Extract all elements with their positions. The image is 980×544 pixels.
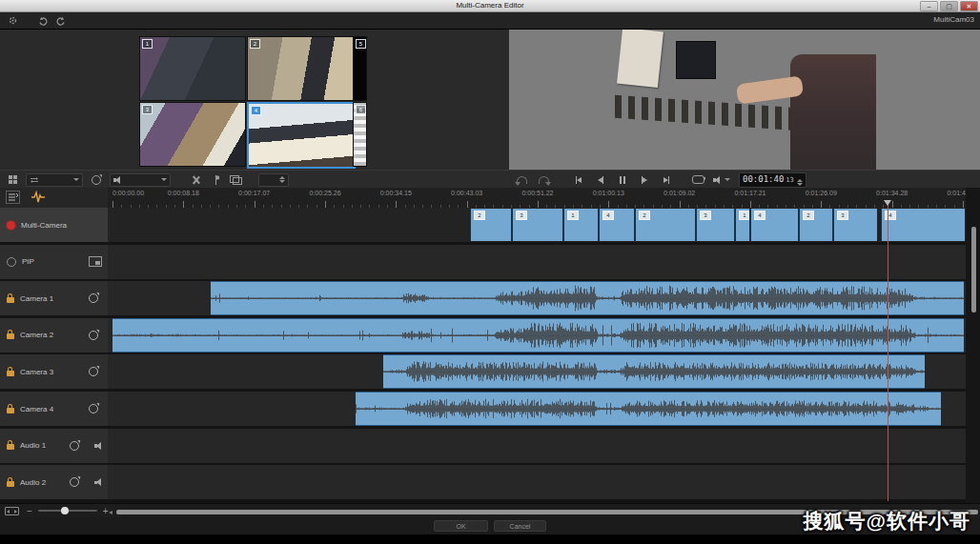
project-name: MultiCam03: [933, 15, 974, 24]
sync-icon[interactable]: [89, 404, 98, 413]
segment-camera-badge: 4: [602, 211, 614, 220]
track-header-multicam[interactable]: Multi-Camera: [0, 208, 108, 242]
source-number-badge: 4: [251, 106, 261, 115]
playhead-marker[interactable]: [884, 200, 891, 206]
multicam-segment[interactable]: 3: [511, 209, 562, 241]
clip-camera3[interactable]: [383, 354, 925, 389]
track-content-multicam[interactable]: 23142314234: [108, 208, 966, 242]
track-header-camera1[interactable]: Camera 1: [0, 281, 108, 315]
timecode-spinner[interactable]: [797, 179, 803, 186]
pause-icon[interactable]: [616, 173, 629, 186]
lock-icon: [7, 371, 14, 376]
track-header-camera3[interactable]: Camera 3: [0, 354, 108, 389]
track-header-audio2[interactable]: Audio 2: [0, 465, 108, 499]
sync-icon[interactable]: [89, 367, 98, 376]
sync-icon[interactable]: [89, 293, 98, 303]
zoom-slider[interactable]: [38, 510, 97, 512]
track-content-camera1[interactable]: [108, 281, 966, 315]
clip-camera4[interactable]: [356, 392, 941, 426]
audio-waveform-icon[interactable]: [31, 191, 46, 204]
timecode-frames: 13: [786, 176, 793, 184]
track-label: Audio 2: [20, 478, 46, 487]
resync-icon[interactable]: [90, 173, 103, 186]
go-start-icon[interactable]: [572, 173, 585, 186]
clip-camera2[interactable]: [112, 318, 964, 353]
pip-icon[interactable]: [89, 256, 102, 267]
camera-source-thumbnail-1[interactable]: 1: [139, 36, 246, 101]
step-forward-icon[interactable]: [638, 173, 651, 186]
rotate-left-icon[interactable]: [515, 173, 528, 186]
multiview-grid-icon[interactable]: [6, 173, 19, 186]
volume-icon[interactable]: [713, 173, 730, 186]
track-content-camera2[interactable]: [108, 318, 966, 353]
timecode-display[interactable]: 00:01:40 13: [739, 172, 806, 188]
track-header-camera2[interactable]: Camera 2: [0, 318, 108, 353]
track-header-camera4[interactable]: Camera 4: [0, 392, 108, 426]
camera-source-thumbnail-3[interactable]: 3: [139, 102, 246, 167]
fit-timeline-icon[interactable]: [5, 507, 19, 515]
rotate-right-icon[interactable]: [537, 173, 550, 186]
ruler-time-label: 0:00:43.03: [451, 190, 482, 196]
zoom-in-button[interactable]: +: [103, 506, 109, 516]
loop-icon[interactable]: [691, 173, 704, 186]
camera-source-thumbnail-4[interactable]: 4: [247, 102, 356, 169]
camera-source-thumbnail-5[interactable]: 5: [353, 36, 367, 101]
multicam-segment[interactable]: 1: [734, 209, 749, 241]
frame-icon[interactable]: [229, 173, 242, 186]
track-content-pip[interactable]: [108, 245, 966, 279]
track-label: Multi-Camera: [21, 221, 67, 230]
multicam-segment[interactable]: 3: [832, 209, 877, 241]
ruler-time-label: 0:00:51.22: [521, 190, 553, 196]
zoom-slider-thumb[interactable]: [61, 507, 69, 514]
sync-icon[interactable]: [89, 331, 98, 340]
ruler-time-label: 0:00:17.07: [238, 190, 270, 196]
multicam-segment[interactable]: 3: [695, 209, 734, 241]
multicam-segment[interactable]: 4: [881, 209, 965, 241]
speaker-icon: [113, 176, 123, 184]
multicam-segment[interactable]: 2: [634, 209, 695, 241]
step-back-icon[interactable]: [594, 173, 607, 186]
minimize-button[interactable]: –: [920, 1, 938, 11]
track-content-camera4[interactable]: [108, 392, 966, 426]
playhead-line[interactable]: [888, 201, 888, 501]
go-end-icon[interactable]: [660, 173, 673, 186]
ok-button[interactable]: OK: [434, 520, 488, 532]
clip-list-icon[interactable]: [6, 191, 20, 204]
track-spinner[interactable]: [258, 173, 289, 187]
camera-source-thumbnail-2[interactable]: 2: [247, 36, 354, 101]
multicam-segment[interactable]: 4: [749, 209, 798, 241]
zoom-out-button[interactable]: −: [27, 506, 32, 516]
vertical-scrollbar[interactable]: [971, 227, 976, 312]
split-clip-icon[interactable]: [189, 173, 202, 186]
marker-icon[interactable]: [209, 173, 222, 186]
multicam-segment[interactable]: 2: [798, 209, 832, 241]
sync-icon[interactable]: [70, 441, 79, 451]
close-button[interactable]: ✕: [960, 1, 978, 11]
track-content-camera3[interactable]: [108, 354, 966, 389]
timeline-ruler[interactable]: 0:00:00.000:00:08.180:00:17.070:00:25.26…: [108, 188, 980, 208]
speaker-icon: [94, 478, 104, 486]
circle-icon: [7, 257, 16, 267]
track-header-pip[interactable]: PIP: [0, 245, 108, 279]
multicam-segment[interactable]: 2: [470, 209, 511, 241]
scroll-left-icon[interactable]: [109, 511, 112, 514]
track-content-audio1[interactable]: [108, 429, 966, 463]
redo-icon[interactable]: [55, 15, 66, 26]
multicam-segment[interactable]: 4: [598, 209, 634, 241]
clip-camera1[interactable]: [211, 281, 964, 315]
lock-icon: [7, 333, 14, 339]
undo-icon[interactable]: [38, 15, 49, 26]
settings-gear-icon[interactable]: [8, 15, 18, 26]
ruler-time-label: 0:01:17.21: [734, 190, 766, 196]
audio-source-dropdown[interactable]: [110, 173, 171, 187]
track-header-audio1[interactable]: Audio 1: [0, 429, 108, 463]
multicam-segment[interactable]: 1: [562, 209, 598, 241]
segment-camera-badge: 3: [837, 211, 848, 220]
maximize-button[interactable]: ▢: [940, 1, 958, 11]
track-content-audio2[interactable]: [108, 465, 966, 499]
sync-type-dropdown[interactable]: [26, 173, 83, 187]
camera-source-thumbnail-6[interactable]: 6: [353, 102, 367, 167]
source-number-badge: 6: [356, 105, 366, 114]
cancel-button[interactable]: Cancel: [494, 520, 546, 532]
sync-icon[interactable]: [70, 477, 79, 487]
